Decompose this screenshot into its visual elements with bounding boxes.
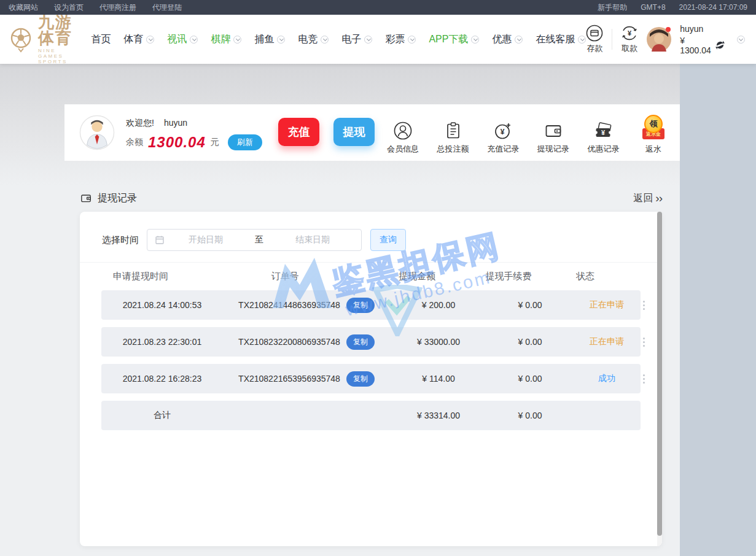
total-label: 合计: [101, 410, 223, 421]
date-filter-row: 选择时间 开始日期 至 结束日期 查询: [102, 229, 662, 251]
quick-link-promo-records[interactable]: ¥ 优惠记录: [583, 110, 623, 155]
refresh-balance-button[interactable]: 刷新: [228, 134, 262, 150]
page-title: 提现记录: [98, 192, 137, 205]
table-row: 2021.08.23 22:30:01 TX210823220080693574…: [101, 327, 641, 357]
agent-register-link[interactable]: 代理商注册: [99, 2, 136, 13]
nav-right-cluster: 存款 ¥ 取款 huyun ¥ 1300.04: [586, 24, 749, 55]
date-range-picker[interactable]: 开始日期 至 结束日期: [147, 229, 362, 251]
quick-link-rebate[interactable]: 领 返水金 返水: [633, 110, 674, 155]
chevron-down-icon: [233, 36, 241, 44]
row-actions-button[interactable]: [641, 372, 647, 386]
chevron-down-icon: [471, 36, 479, 44]
quick-link-total-bets[interactable]: 总投注额: [433, 110, 473, 155]
copy-button[interactable]: 复制: [346, 334, 375, 350]
recharge-button[interactable]: 充值: [278, 118, 319, 146]
menu-item-sports[interactable]: 体育: [123, 33, 154, 46]
beginner-help-link[interactable]: 新手帮助: [598, 2, 627, 13]
account-dropdown-icon[interactable]: [737, 36, 745, 44]
nav-user-info: huyun ¥ 1300.04: [680, 24, 725, 55]
quick-link-label: 会员信息: [387, 144, 419, 155]
section-title-row: 提现记录 返回 ››: [80, 188, 662, 208]
member-info-icon: [393, 121, 413, 141]
chevron-down-icon: [364, 36, 372, 44]
total-amount: ¥ 33314.00: [390, 411, 487, 420]
menu-item-home[interactable]: 首页: [91, 33, 111, 46]
deposit-label: 存款: [586, 43, 602, 54]
start-date-input[interactable]: 开始日期: [165, 234, 247, 245]
menu-item-esports[interactable]: 电竞: [298, 33, 329, 46]
copy-button[interactable]: 复制: [346, 371, 375, 387]
row-fee: ¥ 0.00: [487, 374, 573, 384]
menu-item-promotions[interactable]: 优惠: [492, 33, 523, 46]
menu-label: 首页: [91, 33, 111, 46]
promo-records-icon: ¥: [593, 121, 613, 141]
row-order-no: TX2108241448636935748: [238, 300, 340, 310]
agent-login-link[interactable]: 代理登陆: [152, 2, 182, 13]
chevron-down-icon: [321, 36, 329, 44]
chevron-down-icon: [578, 36, 586, 44]
table-row: 2021.08.22 16:28:23 TX210822165395693574…: [101, 364, 641, 393]
deposit-icon: [586, 25, 603, 42]
menu-item-slots[interactable]: 电子: [341, 33, 372, 46]
quick-link-withdraw-records[interactable]: 提现记录: [533, 110, 574, 155]
row-amount: ¥ 200.00: [390, 300, 487, 310]
card-scrollbar-thumb[interactable]: [657, 212, 662, 536]
soccer-ball-icon: [7, 26, 34, 53]
divider: [612, 29, 612, 50]
back-link[interactable]: 返回 ››: [633, 191, 662, 205]
welcome-label: 欢迎您!: [126, 118, 154, 129]
menu-item-app-download[interactable]: APP下载: [429, 33, 479, 46]
quick-links: 会员信息 总投注额 ¥ 充值记录 提现记录 ¥ 优惠记录: [383, 110, 674, 155]
balance-label: 余额: [126, 137, 143, 148]
row-amount: ¥ 33000.00: [390, 337, 487, 347]
copy-button[interactable]: 复制: [346, 298, 375, 313]
withdraw-button-panel[interactable]: 提现: [333, 118, 375, 146]
refresh-balance-icon[interactable]: [715, 40, 725, 50]
bookmark-site-link[interactable]: 收藏网站: [9, 2, 38, 13]
chevron-down-icon: [190, 36, 198, 44]
recharge-records-icon: ¥: [493, 121, 513, 141]
menu-label: APP下载: [429, 33, 468, 46]
row-actions-button[interactable]: [641, 335, 647, 349]
deposit-button[interactable]: 存款: [586, 25, 603, 54]
col-header-status: 状态: [551, 271, 619, 282]
menu-item-live-casino[interactable]: 视讯: [167, 33, 198, 46]
row-time: 2021.08.22 16:28:23: [101, 374, 223, 384]
menu-label: 体育: [123, 33, 143, 46]
filter-label: 选择时间: [102, 234, 139, 246]
menu-item-customer-service[interactable]: 在线客服: [536, 33, 586, 46]
quick-link-member-info[interactable]: 会员信息: [383, 110, 423, 155]
menu-item-lottery[interactable]: 彩票: [385, 33, 416, 46]
menu-label: 捕鱼: [254, 33, 274, 46]
search-button[interactable]: 查询: [370, 229, 406, 251]
topbar-right: 新手帮助 GMT+8 2021-08-24 17:07:09: [598, 2, 747, 13]
row-status: 正在申请: [573, 336, 641, 347]
menu-item-fishing[interactable]: 捕鱼: [254, 33, 285, 46]
svg-text:¥: ¥: [601, 129, 606, 136]
menu-label: 优惠: [492, 33, 512, 46]
menu-label: 视讯: [167, 33, 187, 46]
end-date-input[interactable]: 结束日期: [271, 234, 354, 245]
col-header-time: 申请提现时间: [80, 271, 201, 282]
svg-text:¥: ¥: [501, 128, 505, 136]
top-utility-bar: 收藏网站 设为首页 代理商注册 代理登陆 新手帮助 GMT+8 2021-08-…: [0, 0, 756, 15]
row-fee: ¥ 0.00: [487, 300, 573, 310]
date-separator: 至: [247, 234, 271, 245]
row-status: 成功: [573, 373, 641, 384]
calendar-icon: [155, 235, 165, 245]
row-order-no: TX2108232200806935748: [238, 337, 340, 347]
quick-link-recharge-records[interactable]: ¥ 充值记录: [483, 110, 523, 155]
withdraw-icon: ¥: [621, 25, 638, 42]
user-avatar[interactable]: [647, 27, 671, 52]
withdraw-button[interactable]: ¥ 取款: [621, 25, 638, 54]
menu-item-board-games[interactable]: 棋牌: [211, 33, 241, 46]
row-actions-button[interactable]: [641, 298, 647, 312]
site-logo[interactable]: 九游体育 NINE GAMES SPORTS: [7, 14, 77, 64]
current-datetime: 2021-08-24 17:07:09: [679, 3, 747, 12]
topbar-left-links: 收藏网站 设为首页 代理商注册 代理登陆: [9, 2, 182, 13]
quick-link-label: 总投注额: [437, 144, 469, 155]
table-row: 2021.08.24 14:00:53 TX210824144863693574…: [101, 290, 641, 320]
set-homepage-link[interactable]: 设为首页: [54, 2, 84, 13]
col-header-order: 订单号: [201, 271, 368, 282]
rebate-coin: 领: [644, 115, 663, 133]
